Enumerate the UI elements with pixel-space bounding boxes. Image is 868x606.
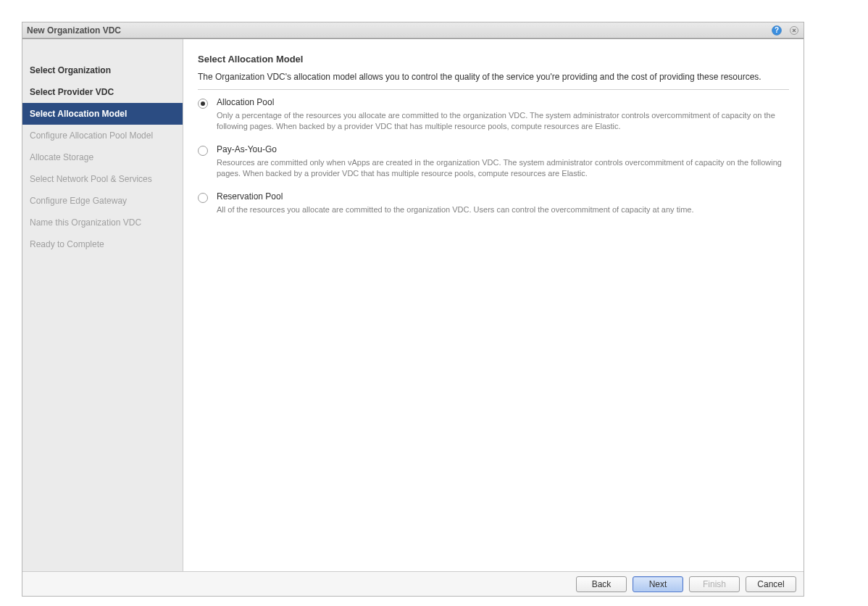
content-intro: The Organization VDC's allocation model …: [198, 72, 789, 90]
nav-item-configure-allocation-pool-model: Configure Allocation Pool Model: [22, 125, 183, 146]
svg-text:?: ?: [775, 26, 779, 34]
option-pay-as-you-go: Pay-As-You-Go Resources are committed on…: [198, 144, 789, 180]
finish-button: Finish: [689, 576, 740, 592]
next-button[interactable]: Next: [633, 576, 683, 592]
nav-item-select-network-pool: Select Network Pool & Services: [22, 168, 183, 190]
option-reservation-pool: Reservation Pool All of the resources yo…: [198, 191, 789, 215]
option-body: Pay-As-You-Go Resources are committed on…: [217, 144, 789, 180]
option-allocation-pool: Allocation Pool Only a percentage of the…: [198, 97, 789, 133]
nav-item-ready-to-complete: Ready to Complete: [22, 233, 183, 255]
content-title: Select Allocation Model: [198, 54, 789, 65]
nav-item-select-allocation-model[interactable]: Select Allocation Model: [22, 103, 183, 125]
nav-item-select-provider-vdc[interactable]: Select Provider VDC: [22, 81, 183, 103]
cancel-button[interactable]: Cancel: [746, 576, 796, 592]
radio-allocation-pool[interactable]: [198, 99, 208, 109]
option-desc-allocation-pool: Only a percentage of the resources you a…: [217, 110, 789, 133]
option-desc-pay-as-you-go: Resources are committed only when vApps …: [217, 157, 789, 180]
help-icon[interactable]: ?: [772, 25, 782, 36]
radio-col: [198, 191, 217, 203]
option-desc-reservation-pool: All of the resources you allocate are co…: [217, 204, 789, 215]
dialog-header: New Organization VDC ?: [22, 22, 804, 38]
dialog-footer: Back Next Finish Cancel: [22, 571, 804, 596]
option-body: Allocation Pool Only a percentage of the…: [217, 97, 789, 133]
back-button[interactable]: Back: [576, 576, 627, 592]
radio-col: [198, 144, 217, 156]
header-icons: ?: [772, 25, 799, 36]
wizard-content: Select Allocation Model The Organization…: [183, 39, 804, 571]
wizard-sidebar: Select Organization Select Provider VDC …: [22, 39, 183, 571]
close-icon[interactable]: [789, 25, 799, 36]
nav-item-select-organization[interactable]: Select Organization: [22, 59, 183, 81]
option-title-pay-as-you-go[interactable]: Pay-As-You-Go: [217, 144, 789, 154]
nav-item-configure-edge-gateway: Configure Edge Gateway: [22, 190, 183, 212]
nav-item-name-org-vdc: Name this Organization VDC: [22, 212, 183, 233]
option-title-allocation-pool[interactable]: Allocation Pool: [217, 97, 789, 107]
radio-col: [198, 97, 217, 109]
option-body: Reservation Pool All of the resources yo…: [217, 191, 789, 215]
radio-reservation-pool[interactable]: [198, 193, 208, 203]
nav-item-allocate-storage: Allocate Storage: [22, 146, 183, 168]
radio-pay-as-you-go[interactable]: [198, 146, 208, 156]
wizard-dialog: New Organization VDC ? Select Organizati…: [22, 22, 804, 597]
dialog-body: Select Organization Select Provider VDC …: [22, 38, 804, 571]
dialog-title: New Organization VDC: [27, 25, 121, 36]
option-title-reservation-pool[interactable]: Reservation Pool: [217, 191, 789, 202]
